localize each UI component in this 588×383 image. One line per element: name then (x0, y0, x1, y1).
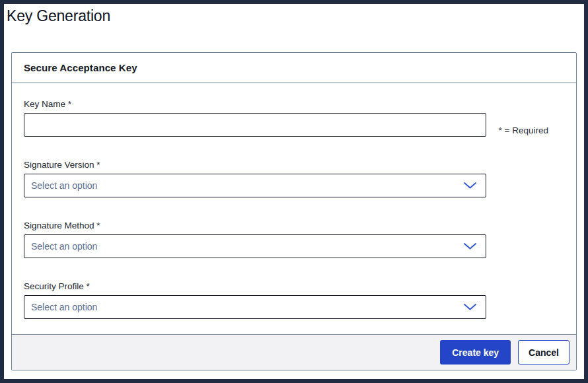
field-signature-version: Signature Version * Select an option (24, 160, 564, 197)
field-signature-method: Signature Method * Select an option (24, 221, 564, 258)
card-body: * = Required Key Name * Signature Versio… (12, 83, 576, 319)
card-footer: Create key Cancel (12, 334, 576, 370)
field-key-name: Key Name * (24, 99, 564, 137)
card-header-title: Secure Acceptance Key (24, 62, 137, 73)
security-profile-select[interactable]: Select an option (24, 295, 486, 319)
card-header: Secure Acceptance Key (12, 53, 576, 83)
chevron-down-icon (464, 182, 476, 189)
field-security-profile: Security Profile * Select an option (24, 281, 564, 319)
required-note: * = Required (499, 125, 548, 135)
chevron-down-icon (464, 304, 476, 310)
security-profile-label: Security Profile * (24, 281, 564, 292)
signature-method-label: Signature Method * (24, 221, 564, 231)
cancel-button[interactable]: Cancel (518, 340, 570, 365)
security-profile-placeholder: Select an option (31, 302, 97, 312)
key-generation-page: Key Generation Secure Acceptance Key * =… (0, 0, 588, 383)
signature-method-select[interactable]: Select an option (24, 234, 486, 258)
key-name-label: Key Name * (24, 99, 564, 110)
secure-acceptance-key-card: Secure Acceptance Key * = Required Key N… (11, 52, 577, 370)
create-key-button[interactable]: Create key (440, 340, 511, 365)
signature-version-label: Signature Version * (24, 160, 564, 170)
signature-method-placeholder: Select an option (31, 241, 97, 252)
page-title: Key Generation (7, 5, 110, 26)
signature-version-placeholder: Select an option (31, 180, 97, 191)
key-name-input[interactable] (24, 113, 486, 137)
chevron-down-icon (464, 243, 476, 250)
signature-version-select[interactable]: Select an option (24, 174, 486, 197)
